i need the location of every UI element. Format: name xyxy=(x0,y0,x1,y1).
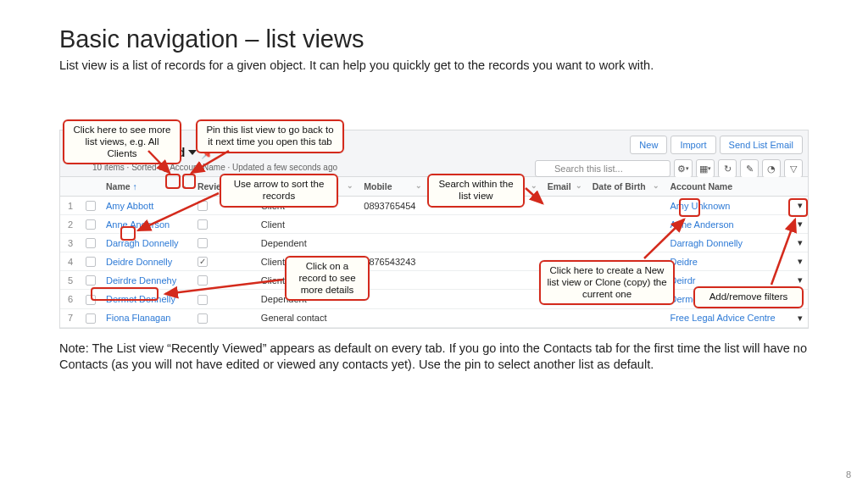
row-number: 1 xyxy=(60,197,81,215)
cell-area xyxy=(474,252,542,271)
cell-record-type: Client xyxy=(256,215,359,234)
new-button[interactable]: New xyxy=(630,136,667,154)
row-select[interactable] xyxy=(81,308,101,327)
send-list-email-button[interactable]: Send List Email xyxy=(720,136,803,154)
cell-review[interactable] xyxy=(192,290,256,308)
refresh-icon[interactable]: ↻ xyxy=(718,159,737,178)
table-row[interactable]: 7Fiona FlanaganGeneral contactFree Legal… xyxy=(60,308,808,327)
cell-mobile xyxy=(359,308,427,327)
col-dob[interactable]: Date of Birth⌄ xyxy=(587,177,665,197)
cell-mobile xyxy=(359,215,427,234)
callout-pin: Pin this list view to go back to it next… xyxy=(196,119,344,153)
cell-account[interactable]: Free Legal Advice Centre xyxy=(665,308,793,327)
cell-area xyxy=(474,290,542,308)
cell-name[interactable]: Amy Abbott xyxy=(101,197,192,215)
cell-record-type: General contact xyxy=(256,308,359,327)
cell-name[interactable]: Deidre Donnelly xyxy=(101,252,192,271)
sort-arrow-icon[interactable]: ↑ xyxy=(133,181,137,191)
table-row[interactable]: 3Darragh DonnellyDependentDarragh Donnel… xyxy=(60,234,808,252)
row-number: 5 xyxy=(60,271,81,290)
list-view-toolbar: 🔍 Search this list... ⚙▾ ▦▾ ↻ ✎ ◔ ▽ xyxy=(535,159,803,178)
cell-street xyxy=(427,215,474,234)
row-action-icon[interactable]: ▾ xyxy=(793,252,808,271)
row-select[interactable] xyxy=(81,215,101,234)
cell-email xyxy=(542,215,587,234)
cell-street xyxy=(427,271,474,290)
row-action-icon[interactable]: ▾ xyxy=(793,234,808,252)
highlight-pin xyxy=(182,174,196,189)
cell-street xyxy=(427,308,474,327)
highlight-gear xyxy=(679,198,700,217)
cell-street xyxy=(427,252,474,271)
cell-review[interactable] xyxy=(192,234,256,252)
page-subtitle: List view is a list of records for a giv… xyxy=(59,58,809,72)
chart-icon[interactable]: ◔ xyxy=(762,159,781,178)
cell-mobile xyxy=(359,234,427,252)
callout-record: Click on a record to see more details xyxy=(285,256,370,301)
cell-dob xyxy=(587,215,665,234)
row-select[interactable] xyxy=(81,234,101,252)
callout-gear: Click here to create a New list view or … xyxy=(539,260,675,305)
highlight-sort-arrow xyxy=(120,226,136,241)
cell-area xyxy=(474,215,542,234)
cell-name[interactable]: Anne Anderson xyxy=(101,215,192,234)
table-row[interactable]: 4Deidre DonnellyClient0876543243Deidre▾ xyxy=(60,252,808,271)
cell-review[interactable] xyxy=(192,215,256,234)
cell-mobile: 0893765454 xyxy=(359,197,427,215)
cell-email xyxy=(542,308,587,327)
callout-sort: Use arrow to sort the records xyxy=(220,174,338,208)
cell-email xyxy=(542,197,587,215)
col-mobile[interactable]: Mobile⌄ xyxy=(359,177,427,197)
callout-filters: Add/remove filters xyxy=(693,286,804,308)
highlight-switcher xyxy=(165,174,181,189)
cell-area xyxy=(474,308,542,327)
cell-dob xyxy=(587,234,665,252)
gear-icon[interactable]: ⚙▾ xyxy=(674,159,693,178)
cell-street xyxy=(427,234,474,252)
cell-account[interactable]: Darragh Donnelly xyxy=(665,234,793,252)
display-icon[interactable]: ▦▾ xyxy=(696,159,715,178)
highlight-filter xyxy=(788,198,808,217)
filter-icon[interactable]: ▽ xyxy=(784,159,803,178)
cell-area xyxy=(474,234,542,252)
cell-review[interactable] xyxy=(192,308,256,327)
cell-account[interactable]: Anne Anderson xyxy=(665,215,793,234)
cell-review[interactable] xyxy=(192,252,256,271)
row-select[interactable] xyxy=(81,252,101,271)
cell-name[interactable]: Darragh Donnelly xyxy=(101,234,192,252)
row-action-icon[interactable]: ▾ xyxy=(793,215,808,234)
row-number: 7 xyxy=(60,308,81,327)
search-input[interactable]: Search this list... xyxy=(535,160,670,177)
cell-account[interactable]: Deidre xyxy=(665,252,793,271)
footnote: Note: The List view “Recently Viewed” ap… xyxy=(59,341,809,374)
edit-icon[interactable]: ✎ xyxy=(740,159,759,178)
callout-more-views: Click here to see more list views, e.g. … xyxy=(63,119,181,164)
row-select[interactable] xyxy=(81,197,101,215)
row-number: 6 xyxy=(60,290,81,308)
cell-record-type: Dependent xyxy=(256,234,359,252)
cell-email xyxy=(542,234,587,252)
col-email[interactable]: Email⌄ xyxy=(542,177,587,197)
cell-area xyxy=(474,271,542,290)
cell-name[interactable]: Fiona Flanagan xyxy=(101,308,192,327)
import-button[interactable]: Import xyxy=(670,136,715,154)
cell-review[interactable] xyxy=(192,271,256,290)
table-row[interactable]: 2Anne AndersonClientAnne Anderson▾ xyxy=(60,215,808,234)
row-action-icon[interactable]: ▾ xyxy=(793,308,808,327)
highlight-record-link xyxy=(91,287,159,301)
row-number: 4 xyxy=(60,252,81,271)
cell-dob xyxy=(587,308,665,327)
page-title: Basic navigation – list views xyxy=(59,25,809,53)
cell-dob xyxy=(587,197,665,215)
row-number: 3 xyxy=(60,234,81,252)
callout-search: Search within the list view xyxy=(427,174,525,208)
col-account[interactable]: Account Name xyxy=(665,177,793,197)
cell-street xyxy=(427,290,474,308)
list-actions: New Import Send List Email xyxy=(630,136,803,154)
page-number: 8 xyxy=(846,469,851,480)
row-number: 2 xyxy=(60,215,81,234)
